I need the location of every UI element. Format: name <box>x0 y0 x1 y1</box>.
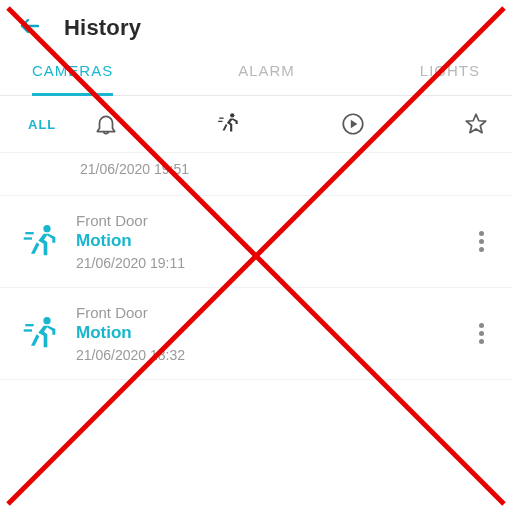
event-timestamp-row: 21/06/2020 19:51 <box>0 153 512 196</box>
svg-rect-8 <box>25 232 33 234</box>
event-timestamp: 21/06/2020 18:32 <box>76 347 473 363</box>
tab-alarm[interactable]: ALARM <box>238 62 295 95</box>
app-header: History <box>0 0 512 52</box>
running-person-icon <box>216 111 242 137</box>
event-row[interactable]: Front Door Motion 21/06/2020 18:32 <box>0 288 512 380</box>
svg-rect-11 <box>25 324 33 326</box>
filter-favorites[interactable] <box>462 110 490 138</box>
bell-icon <box>93 111 119 137</box>
back-button[interactable] <box>18 14 42 42</box>
svg-point-10 <box>43 317 50 324</box>
motion-icon <box>22 314 62 354</box>
event-row[interactable]: Front Door Motion 21/06/2020 19:11 <box>0 196 512 288</box>
event-kind: Motion <box>76 231 473 251</box>
filter-recordings[interactable] <box>339 110 367 138</box>
svg-point-7 <box>43 225 50 232</box>
motion-icon <box>22 222 62 262</box>
event-timestamp: 21/06/2020 19:11 <box>76 255 473 271</box>
event-menu-button[interactable] <box>473 314 490 353</box>
event-menu-button[interactable] <box>473 222 490 261</box>
event-list: 21/06/2020 19:51 Front Door Motion 21/06… <box>0 153 512 380</box>
svg-rect-3 <box>218 121 222 122</box>
filter-bar: ALL <box>0 96 512 153</box>
event-camera: Front Door <box>76 212 473 229</box>
filter-doorbell[interactable] <box>92 110 120 138</box>
running-person-icon <box>22 314 62 354</box>
event-kind: Motion <box>76 323 473 343</box>
filter-all[interactable]: ALL <box>28 117 84 132</box>
star-icon <box>463 111 489 137</box>
svg-rect-9 <box>24 237 32 239</box>
svg-marker-5 <box>350 120 357 129</box>
tab-lights[interactable]: LIGHTS <box>420 62 480 95</box>
svg-rect-2 <box>220 118 224 119</box>
back-arrow-icon <box>18 14 42 38</box>
running-person-icon <box>22 222 62 262</box>
play-circle-icon <box>340 111 366 137</box>
page-title: History <box>64 15 141 41</box>
event-camera: Front Door <box>76 304 473 321</box>
filter-motion[interactable] <box>215 110 243 138</box>
tab-cameras[interactable]: CAMERAS <box>32 62 113 96</box>
svg-marker-6 <box>466 114 486 132</box>
tab-bar: CAMERAS ALARM LIGHTS <box>0 52 512 96</box>
svg-point-1 <box>230 113 234 117</box>
svg-rect-12 <box>24 329 32 331</box>
